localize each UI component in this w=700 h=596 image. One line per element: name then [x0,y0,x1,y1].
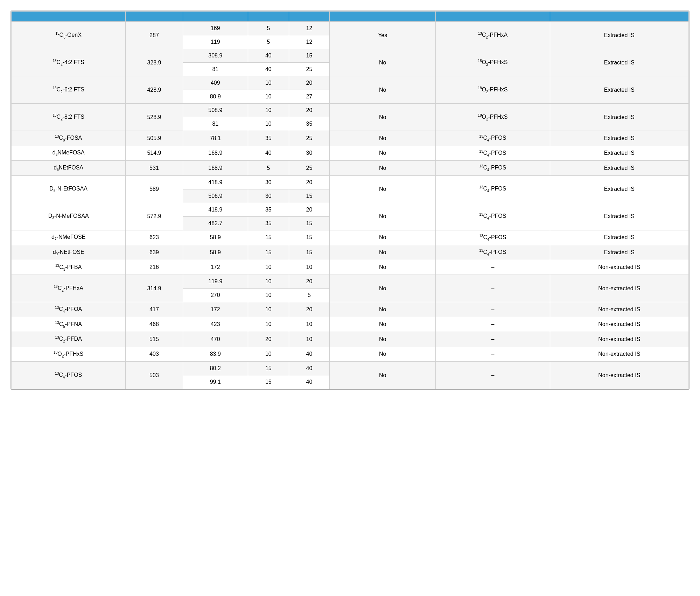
cell-cv: 15 [248,375,289,389]
cell-ce: 10 [289,260,330,275]
cell-soft-transmission: Yes [330,22,436,49]
cell-ce: 15 [289,49,330,63]
cell-cv: 10 [248,104,289,117]
cell-soft-transmission: No [330,49,436,76]
col-type-of-is [550,12,688,22]
cell-fragment: 83.9 [183,347,248,362]
cell-fragment: 172 [183,302,248,317]
cell-ce: 10 [289,332,330,347]
cell-parent: 468 [126,317,183,332]
cell-compound: d3NMeFOSA [12,146,126,161]
table-row: 13C2-4:2 FTS328.9308.94015No18O2-PFHxSEx… [12,49,689,63]
cell-soft-transmission: No [330,161,436,176]
cell-ce: 35 [289,117,330,131]
main-table-wrapper: 13C3-GenX287169512Yes13C2-PFHxAExtracted… [10,11,690,390]
data-table: 13C3-GenX287169512Yes13C2-PFHxAExtracted… [11,11,689,389]
cell-parent: 216 [126,260,183,275]
cell-soft-transmission: No [330,175,436,203]
cell-internal-standard: 18O2-PFHxS [436,104,550,131]
cell-soft-transmission: No [330,245,436,260]
cell-compound: D5-N-EtFOSAA [12,175,126,203]
cell-type-of-is: Non-extracted IS [550,302,688,317]
cell-soft-transmission: No [330,332,436,347]
cell-parent: 623 [126,230,183,245]
col-fragment [183,12,248,22]
cell-internal-standard: 13C4-PFOS [436,230,550,245]
cell-type-of-is: Extracted IS [550,22,688,49]
table-row: 13C8-FOSA505.978.13525No13C4-PFOSExtract… [12,131,689,146]
cell-soft-transmission: No [330,362,436,389]
cell-parent: 528.9 [126,104,183,131]
cell-cv: 10 [248,90,289,104]
cell-internal-standard: – [436,332,550,347]
cell-fragment: 409 [183,76,248,90]
cell-compound: 13C2-6:2 FTS [12,76,126,104]
cell-cv: 5 [248,161,289,176]
cell-parent: 589 [126,175,183,203]
cell-fragment: 81 [183,117,248,131]
cell-cv: 10 [248,260,289,275]
table-row: d7-NMeFOSE62358.91515No13C4-PFOSExtracte… [12,230,689,245]
cell-ce: 20 [289,275,330,289]
cell-type-of-is: Extracted IS [550,49,688,76]
cell-type-of-is: Non-extracted IS [550,332,688,347]
cell-type-of-is: Extracted IS [550,104,688,131]
cell-cv: 15 [248,230,289,245]
col-compound [12,12,126,22]
cell-cv: 5 [248,35,289,49]
table-row: 13C3-PFBA2161721010No–Non-extracted IS [12,260,689,275]
cell-type-of-is: Non-extracted IS [550,260,688,275]
table-row: D5-N-EtFOSAA589418.93020No13C4-PFOSExtra… [12,175,689,189]
cell-cv: 35 [248,131,289,146]
cell-fragment: 308.9 [183,49,248,63]
cell-parent: 514.9 [126,146,183,161]
cell-fragment: 99.1 [183,375,248,389]
cell-internal-standard: – [436,317,550,332]
col-ce [289,12,330,22]
cell-ce: 15 [289,216,330,230]
cell-ce: 15 [289,189,330,203]
cell-cv: 10 [248,117,289,131]
cell-ce: 40 [289,375,330,389]
cell-internal-standard: – [436,260,550,275]
cell-fragment: 168.9 [183,161,248,176]
col-soft-transmission [330,12,436,22]
cell-compound: 13C2-8:2 FTS [12,104,126,131]
cell-internal-standard: 18O2-PFHxS [436,49,550,76]
cell-fragment: 418.9 [183,175,248,189]
cell-ce: 30 [289,146,330,161]
cell-fragment: 119.9 [183,275,248,289]
cell-fragment: 119 [183,35,248,49]
cell-soft-transmission: No [330,347,436,362]
cell-compound: d7-NMeFOSE [12,230,126,245]
table-row: 13C3-GenX287169512Yes13C2-PFHxAExtracted… [12,22,689,35]
cell-cv: 40 [248,63,289,76]
cell-cv: 40 [248,146,289,161]
cell-soft-transmission: No [330,230,436,245]
cell-internal-standard: 13C4-PFOS [436,203,550,230]
cell-soft-transmission: No [330,260,436,275]
cell-compound: 18O2-PFHxS [12,347,126,362]
cell-parent: 503 [126,362,183,389]
table-row: 13C2-PFDA5154702010No–Non-extracted IS [12,332,689,347]
cell-cv: 10 [248,302,289,317]
table-row: 13C5-PFNA4684231010No–Non-extracted IS [12,317,689,332]
table-row: 18O2-PFHxS40383.91040No–Non-extracted IS [12,347,689,362]
cell-ce: 25 [289,161,330,176]
table-row: 13C2-6:2 FTS428.94091020No18O2-PFHxSExtr… [12,76,689,90]
cell-type-of-is: Extracted IS [550,161,688,176]
cell-soft-transmission: No [330,203,436,230]
cell-internal-standard: – [436,347,550,362]
cell-parent: 505.9 [126,131,183,146]
cell-type-of-is: Extracted IS [550,146,688,161]
cell-parent: 428.9 [126,76,183,104]
cell-internal-standard: 13C4-PFOS [436,245,550,260]
table-row: D3-N-MeFOSAA572.9418.93520No13C4-PFOSExt… [12,203,689,216]
cell-internal-standard: 13C4-PFOS [436,131,550,146]
cell-cv: 10 [248,76,289,90]
cell-ce: 12 [289,22,330,35]
cell-cv: 35 [248,203,289,216]
cell-cv: 5 [248,22,289,35]
cell-ce: 40 [289,347,330,362]
cell-type-of-is: Non-extracted IS [550,362,688,389]
